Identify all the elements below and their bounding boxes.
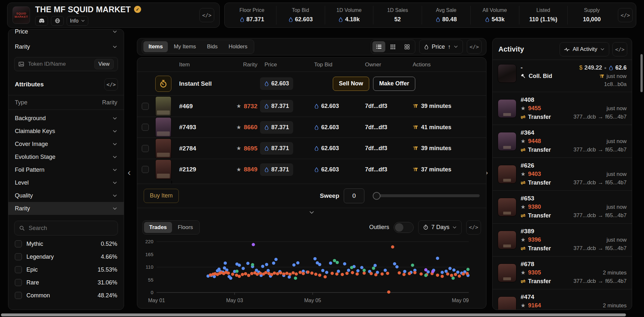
main-tab[interactable]: Bids <box>202 41 223 52</box>
item-owner[interactable]: 7df...df3 <box>365 124 410 131</box>
expand-table-button[interactable] <box>137 208 486 217</box>
make-offer-button[interactable]: Make Offer <box>373 77 415 91</box>
activity-row[interactable]: #408 ★9455 just now ⇌Transfer 377...dcb→… <box>493 92 632 125</box>
embed-code-button[interactable]: </> <box>199 8 214 22</box>
embed-code-button[interactable]: </> <box>618 8 633 22</box>
checkbox[interactable] <box>15 240 22 247</box>
sweep-slider-handle[interactable] <box>373 192 380 200</box>
discord-button[interactable] <box>35 16 48 26</box>
from-address[interactable]: 377...dcb <box>573 114 596 120</box>
from-address[interactable]: 377...dcb <box>573 278 596 284</box>
activity-row[interactable]: #653 ★9380 just now ⇌Transfer 377...dcb→… <box>493 190 632 223</box>
activity-row[interactable]: #364 ★9448 just now ⇌Transfer 377...dcb→… <box>493 125 632 158</box>
activity-row[interactable]: #678 ★9305 2 minutes ⇌Transfer 377...dcb… <box>493 256 632 289</box>
stat-value: 80.48 <box>442 16 457 23</box>
row-checkbox[interactable] <box>142 145 149 152</box>
buy-item-button[interactable]: Buy Item <box>144 189 179 203</box>
star-icon: ★ <box>521 105 525 112</box>
attribute-filter-row[interactable]: Foil Pattern <box>8 163 124 176</box>
chart-tab[interactable]: Trades <box>144 222 172 233</box>
activity-row[interactable]: #389 ★9396 just now ⇌Transfer 377...dcb→… <box>493 223 632 256</box>
activity-thumbnail <box>498 231 516 249</box>
to-address[interactable]: f65...4b7 <box>605 179 627 186</box>
from-address[interactable]: 377...dcb <box>573 179 596 186</box>
token-search-input[interactable] <box>27 61 91 68</box>
sort-dropdown[interactable]: Price ↑ <box>419 40 463 54</box>
embed-code-button[interactable]: </> <box>104 78 118 91</box>
activity-filter-dropdown[interactable]: All Activity <box>560 42 609 56</box>
to-address[interactable]: f65...4b7 <box>605 245 627 252</box>
item-row[interactable]: #2129 ★8849 87.371 62.603 7df...df3 37 m… <box>137 159 486 180</box>
rarity-option-row[interactable]: Rare 31.06% <box>8 276 124 289</box>
attribute-filter-row[interactable]: Claimable Keys <box>8 125 124 138</box>
item-owner[interactable]: 7df...df3 <box>365 166 410 173</box>
website-button[interactable] <box>51 16 64 26</box>
checkbox[interactable] <box>15 292 22 299</box>
to-address[interactable]: f65...4b7 <box>605 147 627 153</box>
item-owner[interactable]: 7df...df3 <box>365 103 410 110</box>
row-checkbox[interactable] <box>142 103 149 110</box>
outliers-toggle[interactable] <box>394 222 414 233</box>
view-button[interactable]: View <box>94 59 114 69</box>
dense-grid-view-button[interactable] <box>387 41 399 52</box>
rarity-option-label: Rare <box>26 279 39 286</box>
collapse-left-arrow[interactable]: ‹ <box>128 168 131 177</box>
attribute-filter-row[interactable]: Quality <box>8 189 124 202</box>
attribute-filter-row[interactable]: Cover Image <box>8 138 124 150</box>
to-address[interactable]: f65...4b7 <box>605 212 627 219</box>
attribute-filter-row[interactable]: Background <box>8 112 124 125</box>
activity-row[interactable]: #626 ★9403 just now ⇌Transfer 377...dcb→… <box>493 158 632 190</box>
main-tab[interactable]: Holders <box>223 41 253 52</box>
attribute-filter-row[interactable]: Evolution Stage <box>8 150 124 163</box>
filter-accordion[interactable]: Price <box>8 29 124 39</box>
activity-action: Transfer <box>528 212 551 219</box>
activity-time: just now <box>607 237 627 243</box>
main-tab[interactable]: My Items <box>168 41 201 52</box>
embed-code-button[interactable]: </> <box>467 40 482 54</box>
large-grid-view-button[interactable] <box>401 41 414 52</box>
collection-bid-activity-row[interactable]: - $249.22●62.6 Coll. Bid just now 1c8...… <box>493 60 632 92</box>
chevron-down-icon <box>454 44 458 49</box>
checkbox[interactable] <box>15 266 22 273</box>
filter-accordion[interactable]: Rarity <box>8 39 124 54</box>
attribute-filter-row[interactable]: Level <box>8 176 124 189</box>
chart-tab[interactable]: Floors <box>173 222 198 233</box>
embed-code-button[interactable]: </> <box>612 42 627 56</box>
to-address[interactable]: f65...4b7 <box>605 114 627 120</box>
from-address[interactable]: 377...dcb <box>573 245 596 252</box>
item-row[interactable]: #469 ★8732 87.371 62.603 7df...df3 39 mi… <box>137 95 486 117</box>
to-address[interactable]: f65...4b7 <box>605 278 627 284</box>
transfer-icon: ⇌ <box>521 245 525 252</box>
row-checkbox[interactable] <box>142 124 149 131</box>
checkbox[interactable] <box>15 253 22 260</box>
rarity-option-row[interactable]: Common 48.24% <box>8 289 124 302</box>
sweep-slider[interactable] <box>373 194 480 197</box>
sweep-count-input[interactable] <box>344 188 364 203</box>
list-view-button[interactable] <box>372 41 385 52</box>
main-tab[interactable]: Items <box>143 41 168 52</box>
item-row[interactable]: #7493 ★8660 87.371 62.603 7df...df3 41 m… <box>137 117 486 138</box>
item-owner[interactable]: 7df...df3 <box>365 145 410 152</box>
embed-code-button[interactable]: </> <box>466 220 481 235</box>
row-checkbox[interactable] <box>142 166 149 173</box>
attribute-filter-row[interactable]: Rarity <box>8 202 124 215</box>
checkbox[interactable] <box>15 279 22 286</box>
activity-action: Coll. Bid <box>529 73 552 80</box>
rarity-option-row[interactable]: Legendary 4.66% <box>8 250 124 263</box>
rarity-option-row[interactable]: Epic 15.53% <box>8 263 124 276</box>
transaction-hash[interactable]: 1c8...b0a <box>604 81 627 88</box>
col-top-bid: Top Bid <box>314 62 362 68</box>
horizontal-scrollbar[interactable] <box>1 313 626 316</box>
item-row[interactable]: #2784 ★8695 87.371 62.603 7df...df3 39 m… <box>137 138 486 159</box>
from-address[interactable]: 377...dcb <box>573 212 596 219</box>
sell-now-button[interactable]: Sell Now <box>333 77 369 91</box>
info-dropdown[interactable]: Info <box>67 16 88 26</box>
rarity-search-input[interactable] <box>28 225 113 232</box>
rarity-option-row[interactable]: Mythic 0.52% <box>8 237 124 250</box>
sol-droplet-icon <box>264 81 269 86</box>
svg-text:0: 0 <box>151 290 153 295</box>
activity-row[interactable]: #474 ★9164 2 minutes ⇌Transfer 377...dcb… <box>493 289 632 310</box>
vertical-scrollbar[interactable] <box>640 54 643 92</box>
time-range-dropdown[interactable]: 7 Days <box>418 220 462 235</box>
from-address[interactable]: 377...dcb <box>573 147 596 153</box>
